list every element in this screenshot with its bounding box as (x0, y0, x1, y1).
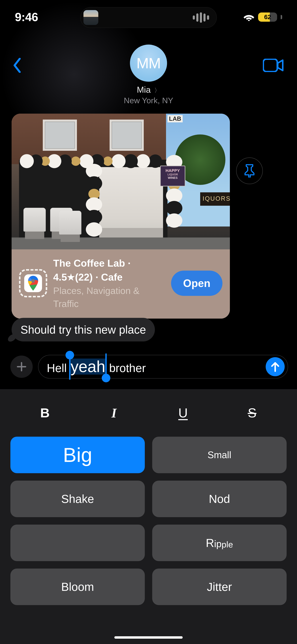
effect-nod[interactable]: Nod (152, 480, 286, 517)
effect-ripple[interactable]: Ripple (152, 524, 286, 561)
svg-rect-0 (263, 59, 277, 72)
status-bar: 9:46 62 (0, 0, 297, 34)
google-maps-icon (28, 276, 38, 291)
status-time: 9:46 (15, 10, 38, 24)
place-text: The Coffee Lab · 4.5★(22) · Cafe Places,… (53, 256, 165, 310)
liquor-sign: IQUORS (200, 192, 230, 206)
send-button[interactable] (266, 357, 285, 376)
text-effects-panel: B I U S Big Small Shake Nod Ripple Bloom… (0, 389, 297, 644)
wifi-icon (244, 12, 254, 22)
neighbor-sign: HAPPY LIQUOR WINES (160, 166, 185, 186)
conversation-header: MM Mia 〉 New York, NY (0, 37, 297, 114)
storefront-label: LAB (168, 115, 183, 122)
effect-bloom[interactable]: Bloom (10, 568, 145, 605)
underline-button[interactable]: U (148, 405, 218, 420)
place-review-count: (22) (75, 272, 93, 283)
place-category: Cafe (101, 272, 122, 283)
contact-name[interactable]: Mia 〉 (0, 85, 297, 94)
chevron-right-icon: 〉 (154, 87, 160, 94)
contact-location: New York, NY (0, 96, 297, 105)
place-card-info: The Coffee Lab · 4.5★(22) · Cafe Places,… (12, 249, 230, 318)
facetime-button[interactable] (263, 56, 284, 74)
audio-waveform-icon (193, 12, 214, 23)
place-title: The Coffee Lab (53, 258, 125, 269)
app-clip-icon (19, 269, 47, 297)
star-icon: ★ (67, 272, 75, 282)
strikethrough-button[interactable]: S (218, 405, 286, 420)
effects-grid: Big Small Shake Nod Ripple Bloom Jitter (10, 437, 286, 605)
dynamic-island[interactable] (80, 7, 217, 28)
place-rating: 4.5 (53, 272, 67, 283)
place-subtitle: Places, Navigation & Traffic (53, 284, 165, 310)
message-text: Hell yeah brother (47, 358, 146, 375)
open-button[interactable]: Open (171, 270, 222, 296)
back-button[interactable] (10, 56, 24, 74)
place-card[interactable]: LAB HAPPY LIQUOR WINES IQUORS (12, 114, 230, 318)
now-playing-thumbnail (84, 10, 98, 25)
italic-button[interactable]: I (80, 406, 148, 420)
place-photo: LAB HAPPY LIQUOR WINES IQUORS (12, 114, 230, 249)
effect-small[interactable]: Small (152, 437, 286, 473)
effect-big[interactable]: Big (10, 437, 145, 473)
battery-tip (281, 15, 282, 19)
home-indicator[interactable] (114, 636, 183, 639)
attachments-button[interactable] (10, 356, 33, 378)
avatar[interactable]: MM (130, 44, 167, 82)
bold-button[interactable]: B (10, 405, 80, 420)
selection-handle-start[interactable] (66, 351, 74, 360)
svg-point-1 (31, 279, 35, 283)
effect-explode[interactable] (10, 524, 145, 561)
style-row: B I U S (10, 398, 286, 428)
selected-text: yeah (70, 358, 106, 374)
effect-jitter[interactable]: Jitter (152, 568, 286, 605)
battery-indicator: 62 (258, 12, 277, 22)
selection-handle-end[interactable] (102, 374, 110, 382)
message-input[interactable]: Hell yeah brother (38, 355, 288, 378)
compose-row: Hell yeah brother (10, 352, 288, 381)
effect-shake[interactable]: Shake (10, 480, 145, 517)
pin-button[interactable] (236, 158, 263, 184)
incoming-message[interactable]: Should try this new place (12, 318, 155, 342)
